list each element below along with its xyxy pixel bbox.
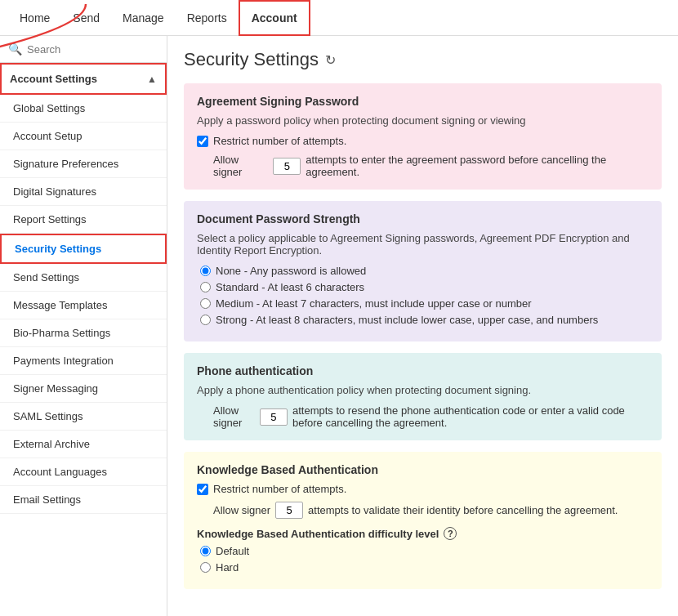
kba-title: Knowledge Based Authentication (197, 463, 649, 476)
sidebar-item-account-languages[interactable]: Account Languages (0, 458, 167, 486)
kba-restrict-row: Restrict number of attempts. (197, 483, 649, 495)
allow-attempts-input-3[interactable] (275, 502, 303, 519)
radio-none-label: None - Any password is allowed (216, 265, 366, 277)
sidebar-item-bio-pharma[interactable]: Bio-Pharma Settings (0, 319, 167, 347)
radio-standard-input[interactable] (200, 282, 211, 292)
account-settings-header[interactable]: Account Settings ▲ (0, 63, 167, 95)
kba-section: Knowledge Based Authentication Restrict … (184, 452, 662, 589)
kba-restrict-checkbox[interactable] (197, 484, 208, 495)
document-password-strength-title: Document Password Strength (197, 212, 649, 225)
radio-default: Default (200, 545, 649, 557)
sidebar-item-message-templates[interactable]: Message Templates (0, 292, 167, 319)
kba-difficulty-group: Default Hard (197, 545, 649, 574)
top-nav: Home Send Manage Reports Account (0, 0, 678, 36)
kba-difficulty-label: Knowledge Based Authentication difficult… (197, 528, 439, 540)
phone-authentication-section: Phone authentication Apply a phone authe… (184, 353, 662, 440)
radio-strong: Strong - At least 8 characters, must inc… (200, 314, 649, 326)
account-settings-section: Account Settings ▲ Global Settings Accou… (0, 63, 167, 514)
radio-standard-label: Standard - At least 6 characters (216, 281, 364, 293)
page-title: Security Settings ↻ (184, 49, 662, 70)
phone-auth-desc: Apply a phone authentication policy when… (197, 384, 649, 396)
radio-hard: Hard (200, 561, 649, 574)
search-box[interactable]: 🔍 (0, 36, 167, 63)
radio-medium-label: Medium - At least 7 characters, must inc… (216, 297, 532, 310)
agreement-signing-password-desc: Apply a password policy when protecting … (197, 114, 649, 127)
account-settings-label: Account Settings (10, 73, 97, 85)
sidebar-item-report-settings[interactable]: Report Settings (0, 206, 167, 234)
allow-label-after-3: attempts to validate their identity befo… (308, 504, 618, 516)
sidebar-item-global-settings[interactable]: Global Settings (0, 95, 167, 123)
allow-label-before-1: Allow signer (213, 154, 268, 178)
nav-send[interactable]: Send (61, 0, 111, 36)
nav-home[interactable]: Home (8, 0, 61, 36)
allow-signer-row-2: Allow signer attempts to resend the phon… (197, 404, 649, 429)
main-content: Security Settings ↻ Agreement Signing Pa… (167, 36, 678, 616)
radio-medium: Medium - At least 7 characters, must inc… (200, 297, 649, 310)
restrict-attempts-checkbox[interactable] (197, 136, 208, 147)
allow-label-before-2: Allow signer (213, 404, 255, 429)
agreement-signing-password-section: Agreement Signing Password Apply a passw… (184, 83, 662, 190)
radio-default-label: Default (216, 545, 249, 557)
radio-none-input[interactable] (200, 266, 211, 276)
radio-hard-input[interactable] (200, 562, 211, 573)
sidebar-item-digital-signatures[interactable]: Digital Signatures (0, 178, 167, 206)
phone-auth-title: Phone authentication (197, 364, 649, 377)
agreement-signing-password-title: Agreement Signing Password (197, 95, 649, 108)
allow-signer-row-1: Allow signer attempts to enter the agree… (197, 154, 649, 178)
password-strength-radio-group: None - Any password is allowed Standard … (197, 265, 649, 326)
sidebar-item-security-settings[interactable]: Security Settings (0, 234, 167, 264)
radio-strong-input[interactable] (200, 315, 211, 325)
sidebar: 🔍 Account Settings ▲ Global Settings Acc… (0, 36, 167, 616)
allow-attempts-input-1[interactable] (273, 158, 301, 175)
help-icon[interactable]: ? (444, 527, 457, 540)
refresh-icon[interactable]: ↻ (325, 52, 336, 68)
search-input[interactable] (27, 43, 158, 56)
document-password-strength-section: Document Password Strength Select a poli… (184, 201, 662, 341)
sidebar-item-signature-preferences[interactable]: Signature Preferences (0, 150, 167, 178)
allow-label-before-3: Allow signer (213, 504, 270, 516)
sidebar-item-saml[interactable]: SAML Settings (0, 403, 167, 431)
sidebar-item-payments[interactable]: Payments Integration (0, 347, 167, 375)
radio-none: None - Any password is allowed (200, 265, 649, 277)
sidebar-item-account-setup[interactable]: Account Setup (0, 123, 167, 150)
search-icon: 🔍 (8, 42, 22, 56)
sidebar-item-send-settings[interactable]: Send Settings (0, 264, 167, 292)
layout: 🔍 Account Settings ▲ Global Settings Acc… (0, 36, 678, 616)
radio-medium-input[interactable] (200, 298, 211, 309)
page-title-text: Security Settings (184, 49, 319, 70)
sidebar-item-signer-messaging[interactable]: Signer Messaging (0, 375, 167, 403)
chevron-up-icon: ▲ (147, 74, 157, 85)
document-password-strength-desc: Select a policy applicable to Agreement … (197, 232, 649, 257)
sidebar-item-email-settings[interactable]: Email Settings (0, 486, 167, 514)
radio-standard: Standard - At least 6 characters (200, 281, 649, 293)
allow-label-after-1: attempts to enter the agreement password… (306, 154, 649, 178)
allow-attempts-input-2[interactable] (260, 408, 288, 426)
nav-account[interactable]: Account (239, 0, 310, 36)
sidebar-item-external-archive[interactable]: External Archive (0, 431, 167, 458)
radio-default-input[interactable] (200, 546, 211, 556)
kba-restrict-label: Restrict number of attempts. (213, 483, 346, 495)
allow-label-after-2: attempts to resend the phone authenticat… (292, 404, 649, 429)
radio-strong-label: Strong - At least 8 characters, must inc… (216, 314, 598, 326)
nav-manage[interactable]: Manage (111, 0, 176, 36)
radio-hard-label: Hard (216, 561, 239, 574)
allow-signer-row-3: Allow signer attempts to validate their … (197, 502, 649, 519)
restrict-attempts-label: Restrict number of attempts. (213, 135, 346, 147)
restrict-attempts-row: Restrict number of attempts. (197, 135, 649, 147)
nav-reports[interactable]: Reports (176, 0, 239, 36)
